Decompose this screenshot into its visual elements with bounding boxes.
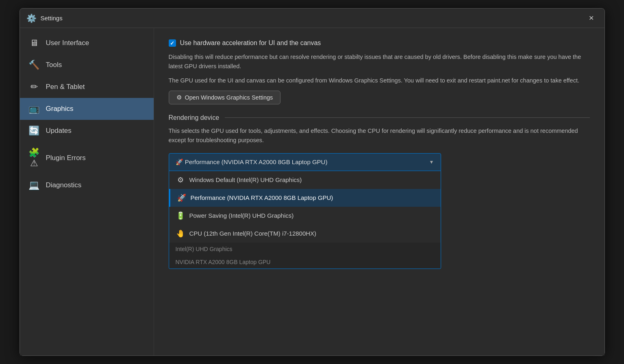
rendering-device-desc: This selects the GPU used for tools, adj… <box>169 126 590 145</box>
hardware-accel-desc2: The GPU used for the UI and canvas can b… <box>169 76 590 85</box>
hardware-accel-label: Use hardware acceleration for UI and the… <box>180 39 321 47</box>
tools-icon: 🔨 <box>28 60 40 70</box>
power-saving-icon: 🔋 <box>176 211 185 220</box>
dropdown-selected-label: Performance (NVIDIA RTX A2000 8GB Laptop… <box>185 158 328 165</box>
main-content: Use hardware acceleration for UI and the… <box>154 28 604 355</box>
titlebar-left: ⚙️ Settings <box>26 13 63 23</box>
close-button[interactable]: ✕ <box>585 12 598 25</box>
dropdown-selected-content: 🚀 Performance (NVIDIA RTX A2000 8GB Lapt… <box>176 158 328 166</box>
sidebar-item-label: Graphics <box>46 105 74 113</box>
dropdown-option-cpu[interactable]: 🤚 CPU (12th Gen Intel(R) Core(TM) i7-128… <box>169 225 441 243</box>
open-settings-btn-icon: ⚙ <box>176 94 182 101</box>
sidebar-item-label: Plugin Errors <box>46 154 86 162</box>
dropdown-list: ⚙ Windows Default (Intel(R) UHD Graphics… <box>169 171 441 269</box>
performance-nvidia-icon: 🚀 <box>177 193 187 202</box>
dropdown-option-label: Performance (NVIDIA RTX A2000 8GB Laptop… <box>191 194 333 201</box>
dropdown-selected[interactable]: 🚀 Performance (NVIDIA RTX A2000 8GB Lapt… <box>169 153 441 171</box>
sidebar-item-graphics[interactable]: 📺 Graphics <box>20 98 154 120</box>
dropdown-option-label: Windows Default (Intel(R) UHD Graphics) <box>189 176 302 183</box>
sidebar-item-label: Tools <box>46 61 62 69</box>
open-settings-btn-label: Open Windows Graphics Settings <box>185 94 273 101</box>
titlebar: ⚙️ Settings ✕ <box>20 9 604 28</box>
dropdown-option-label: Power Saving (Intel(R) UHD Graphics) <box>189 212 294 219</box>
sidebar-item-diagnostics[interactable]: 💻 Diagnostics <box>20 174 154 196</box>
divider-line <box>225 117 589 118</box>
dropdown-option-label: CPU (12th Gen Intel(R) Core(TM) i7-12800… <box>189 230 317 237</box>
dropdown-option-windows-default[interactable]: ⚙ Windows Default (Intel(R) UHD Graphics… <box>169 171 441 189</box>
diagnostics-icon: 💻 <box>28 180 40 191</box>
graphics-icon: 📺 <box>28 104 40 114</box>
dropdown-option-power-saving[interactable]: 🔋 Power Saving (Intel(R) UHD Graphics) <box>169 207 441 225</box>
sidebar-item-plugin-errors[interactable]: 🧩⚠ Plugin Errors <box>20 142 154 174</box>
sidebar-item-pen-tablet[interactable]: ✏ Pen & Tablet <box>20 76 154 98</box>
sidebar-item-label: Pen & Tablet <box>46 83 85 91</box>
sidebar-item-user-interface[interactable]: 🖥 User Interface <box>20 32 154 54</box>
group-label-intel: Intel(R) UHD Graphics <box>169 243 441 256</box>
chevron-down-icon: ▼ <box>429 159 434 165</box>
cpu-icon: 🤚 <box>176 229 185 238</box>
sidebar-item-label: Diagnostics <box>46 181 82 189</box>
hardware-accel-row: Use hardware acceleration for UI and the… <box>169 39 590 47</box>
rendering-device-divider: Rendering device <box>169 114 590 121</box>
rendering-device-label: Rendering device <box>169 114 220 121</box>
dropdown-selected-icon: 🚀 <box>176 158 185 165</box>
rendering-device-dropdown[interactable]: 🚀 Performance (NVIDIA RTX A2000 8GB Lapt… <box>169 153 441 269</box>
sidebar: 🖥 User Interface 🔨 Tools ✏ Pen & Tablet … <box>20 28 154 355</box>
settings-window: ⚙️ Settings ✕ 🖥 User Interface 🔨 Tools ✏… <box>20 8 605 356</box>
sidebar-item-updates[interactable]: 🔄 Updates <box>20 120 154 142</box>
group-label-nvidia: NVIDIA RTX A2000 8GB Laptop GPU <box>169 256 441 269</box>
settings-icon: ⚙️ <box>26 13 37 23</box>
window-content: 🖥 User Interface 🔨 Tools ✏ Pen & Tablet … <box>20 28 604 355</box>
sidebar-item-label: User Interface <box>46 39 89 47</box>
hardware-accel-checkbox[interactable] <box>169 39 176 47</box>
sidebar-item-label: Updates <box>46 127 72 135</box>
hardware-accel-desc1: Disabling this will reduce performance b… <box>169 52 590 71</box>
window-title: Settings <box>41 15 63 22</box>
plugin-errors-icon: 🧩⚠ <box>28 147 40 169</box>
updates-icon: 🔄 <box>28 126 40 136</box>
sidebar-item-tools[interactable]: 🔨 Tools <box>20 54 154 76</box>
pen-tablet-icon: ✏ <box>28 82 40 92</box>
user-interface-icon: 🖥 <box>28 38 40 48</box>
open-windows-graphics-settings-button[interactable]: ⚙ Open Windows Graphics Settings <box>169 91 281 104</box>
windows-default-icon: ⚙ <box>176 176 185 184</box>
dropdown-option-performance-nvidia[interactable]: 🚀 Performance (NVIDIA RTX A2000 8GB Lapt… <box>169 189 441 207</box>
